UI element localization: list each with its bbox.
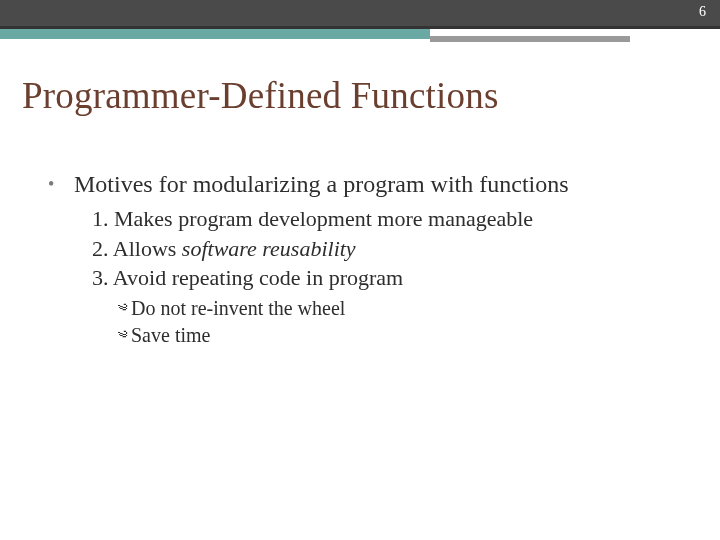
numbered-item-1: 1. Makes program development more manage… <box>92 205 680 234</box>
accent-teal-bar <box>0 29 430 39</box>
header-bar: 6 <box>0 0 720 26</box>
bullet-marker: • <box>48 169 74 199</box>
slide-title: Programmer-Defined Functions <box>22 74 720 117</box>
flourish-icon: ༄ <box>118 297 127 321</box>
numbered-item-2-emph: software reusability <box>182 236 356 261</box>
numbered-item-2: 2. Allows software reusability <box>92 235 680 264</box>
sub-bullet-1-text: Do not re-invent the wheel <box>131 295 345 322</box>
numbered-item-2-prefix: 2. Allows <box>92 236 182 261</box>
page-number: 6 <box>699 4 706 20</box>
bullet-item: • Motives for modularizing a program wit… <box>48 169 680 199</box>
bullet-text: Motives for modularizing a program with … <box>74 169 680 199</box>
flourish-icon: ༄ <box>118 324 127 348</box>
slide-body: • Motives for modularizing a program wit… <box>48 169 680 349</box>
numbered-item-3: 3. Avoid repeating code in program <box>92 264 680 293</box>
accent-strip <box>0 26 720 56</box>
sub-bullet-2: ༄ Save time <box>118 322 680 349</box>
sub-bullet-1: ༄ Do not re-invent the wheel <box>118 295 680 322</box>
numbered-list: 1. Makes program development more manage… <box>92 205 680 293</box>
sub-bullet-2-text: Save time <box>131 322 210 349</box>
sub-bullet-list: ༄ Do not re-invent the wheel ༄ Save time <box>118 295 680 349</box>
accent-grey-bar <box>430 36 630 42</box>
